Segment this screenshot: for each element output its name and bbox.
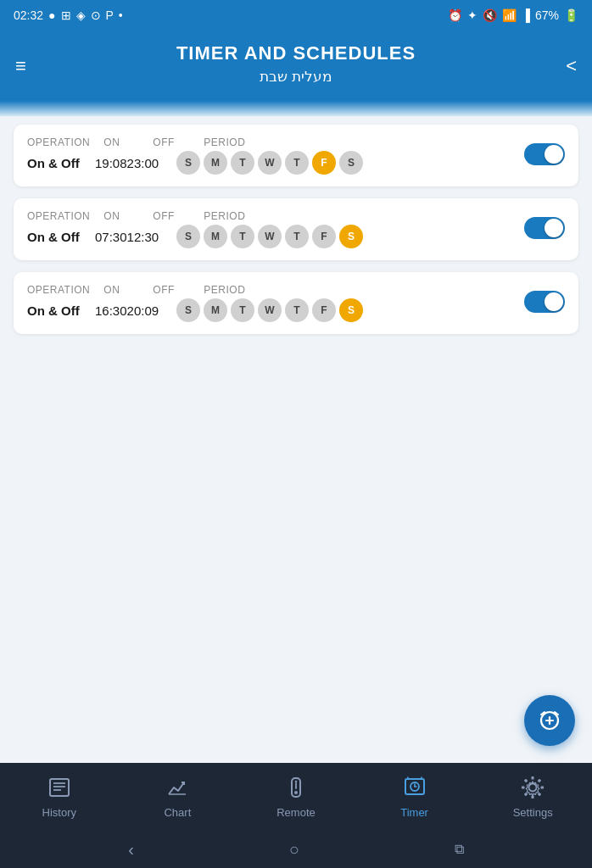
menu-button[interactable]: ≡ [15,55,26,77]
signal-icon: ◈ [76,8,86,22]
on-label: ON [103,210,139,222]
day-circle-1-1[interactable]: M [204,151,227,175]
day-circle-2-6[interactable]: S [339,225,363,248]
on-label: ON [103,284,139,296]
remote-icon [284,776,308,803]
on-label: ON [103,136,139,148]
main-content: OPERATION ON OFF PERIOD On & Off19:0823:… [0,116,592,763]
day-circle-3-2[interactable]: T [231,298,254,322]
toggle-slider-1 [524,143,565,165]
day-circle-1-2[interactable]: T [231,151,254,175]
nav-history-label: History [42,806,76,819]
nav-history[interactable]: History [0,769,119,826]
header-shadow [0,101,592,116]
schedule-times-3: 16:3020:09 [95,303,168,318]
day-circle-2-1[interactable]: M [204,225,227,248]
battery-label: 67% [535,8,559,22]
svg-rect-24 [541,786,545,788]
svg-rect-23 [538,778,542,782]
svg-point-13 [295,780,297,782]
bottom-navigation: History Chart Remote [0,763,592,831]
schedule-toggle-1[interactable] [524,143,565,165]
day-circle-1-6[interactable]: S [339,151,363,175]
svg-rect-25 [538,792,542,796]
cast-icon: ⊙ [91,8,101,22]
add-timer-button[interactable] [524,695,575,746]
svg-rect-26 [532,795,534,798]
day-circle-3-4[interactable]: T [285,298,309,322]
operation-label: OPERATION [27,210,90,222]
schedule-card-3[interactable]: OPERATION ON OFF PERIOD On & Off16:3020:… [14,272,578,334]
android-back-button[interactable]: ‹ [128,840,134,860]
settings-icon [521,776,545,803]
day-circle-3-3[interactable]: W [258,298,282,322]
nav-remote[interactable]: Remote [237,769,355,826]
period-label: PERIOD [204,136,245,148]
nav-timer-label: Timer [400,806,428,819]
nav-chart-label: Chart [164,806,191,819]
day-circle-1-3[interactable]: W [258,151,282,175]
schedule-operation-3: On & Off [27,303,87,318]
android-nav-bar: ‹ ○ ⧉ [0,831,592,868]
wifi-icon: 📶 [502,8,517,22]
svg-rect-29 [524,778,528,782]
schedule-toggle-3[interactable] [524,291,565,313]
schedule-operation-2: On & Off [27,230,87,244]
whatsapp-icon: ● [48,8,55,22]
day-circle-3-6[interactable]: S [339,298,363,322]
operation-label: OPERATION [27,136,90,148]
back-button[interactable]: < [566,55,577,77]
schedule-toggle-wrap-3 [524,291,565,316]
svg-rect-28 [522,786,525,788]
timer-icon [403,776,427,803]
dot-icon: • [119,8,123,22]
day-circle-2-4[interactable]: T [285,225,309,248]
schedule-toggle-2[interactable] [524,217,565,239]
schedule-days-2: SMTWTFS [176,225,363,248]
nav-chart[interactable]: Chart [119,769,237,826]
schedule-operation-1: On & Off [27,156,87,170]
schedule-toggle-wrap-2 [524,217,565,242]
add-alarm-icon [536,705,563,737]
status-bar-right: ⏰ ✦ 🔇 📶 ▐ 67% 🔋 [448,8,578,22]
day-circle-2-2[interactable]: T [231,225,254,248]
off-label: OFF [153,210,190,222]
schedule-days-3: SMTWTFS [176,298,363,322]
day-circle-3-1[interactable]: M [204,298,227,322]
day-circle-1-4[interactable]: T [285,151,309,175]
schedule-card-2[interactable]: OPERATION ON OFF PERIOD On & Off07:3012:… [14,198,578,260]
alarm-icon: ⏰ [448,8,462,22]
nav-timer[interactable]: Timer [355,769,474,826]
day-circle-2-5[interactable]: F [312,225,336,248]
schedule-times-1: 19:0823:00 [95,156,168,170]
day-circle-3-5[interactable]: F [312,298,336,322]
status-bar-left: 02:32 ● ⊞ ◈ ⊙ P • [14,8,123,22]
battery-icon: 🔋 [564,8,578,22]
page-subtitle: מעלית שבת [51,68,541,86]
slack-icon: ⊞ [61,8,71,22]
toggle-slider-2 [524,217,565,239]
svg-rect-22 [532,776,534,780]
p-label: P [106,8,114,22]
operation-label: OPERATION [27,284,90,296]
day-circle-3-0[interactable]: S [176,298,200,322]
svg-rect-27 [524,792,528,796]
off-label: OFF [153,284,190,296]
day-circle-2-3[interactable]: W [258,225,282,248]
android-home-button[interactable]: ○ [289,840,299,860]
period-label: PERIOD [204,210,245,222]
toggle-slider-3 [524,291,565,313]
day-circle-2-0[interactable]: S [176,225,200,248]
day-circle-1-0[interactable]: S [176,151,200,175]
nav-settings[interactable]: Settings [473,769,592,826]
schedule-card-1[interactable]: OPERATION ON OFF PERIOD On & Off19:0823:… [14,125,578,186]
history-icon [47,776,71,803]
schedule-days-1: SMTWTFS [176,151,363,175]
status-time: 02:32 [14,8,43,22]
day-circle-1-5[interactable]: F [312,151,336,175]
android-recent-button[interactable]: ⧉ [455,842,464,857]
nav-remote-label: Remote [276,806,316,819]
schedule-times-2: 07:3012:30 [95,230,168,244]
nav-settings-label: Settings [513,806,553,819]
schedule-info-2: OPERATION ON OFF PERIOD On & Off07:3012:… [27,210,514,248]
